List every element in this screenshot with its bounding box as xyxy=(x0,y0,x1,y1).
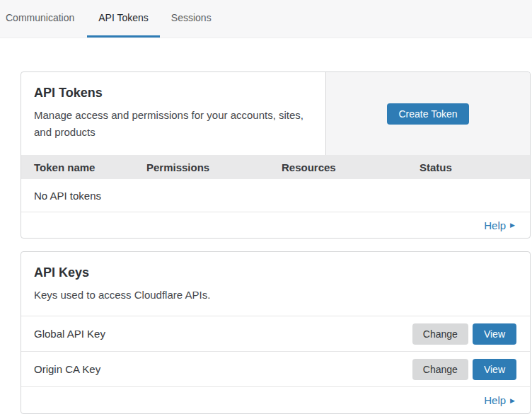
origin-ca-key-change-button[interactable]: Change xyxy=(412,359,468,380)
key-row-origin-ca-key: Origin CA Key Change View xyxy=(21,352,530,387)
create-token-button[interactable]: Create Token xyxy=(387,103,468,125)
help-arrow-icon: ▶ xyxy=(510,398,515,404)
key-row-label: Global API Key xyxy=(34,328,412,340)
page-content: API Tokens Manage access and permissions… xyxy=(0,38,532,414)
api-tokens-header-text: API Tokens Manage access and permissions… xyxy=(21,72,325,155)
tab-sessions[interactable]: Sessions xyxy=(160,0,223,38)
key-row-global-api-key: Global API Key Change View xyxy=(21,316,530,352)
api-keys-footer: Help ▶ xyxy=(21,387,530,413)
origin-ca-key-view-button[interactable]: View xyxy=(473,359,516,380)
tokens-table-header: Token name Permissions Resources Status xyxy=(21,155,530,179)
api-tokens-help-link[interactable]: Help ▶ xyxy=(484,219,515,231)
global-api-key-change-button[interactable]: Change xyxy=(412,323,468,345)
column-resources: Resources xyxy=(282,161,420,173)
api-keys-description: Keys used to access Cloudflare APIs. xyxy=(34,287,517,304)
help-arrow-icon: ▶ xyxy=(510,222,515,229)
column-permissions: Permissions xyxy=(146,161,282,173)
column-status: Status xyxy=(420,161,530,173)
api-keys-header: API Keys Keys used to access Cloudflare … xyxy=(21,252,530,316)
help-link-label: Help xyxy=(484,219,506,231)
help-link-label: Help xyxy=(484,394,506,406)
tokens-empty-row: No API tokens xyxy=(21,179,530,212)
api-tokens-footer: Help ▶ xyxy=(21,212,530,238)
tab-bar: Communication API Tokens Sessions xyxy=(0,0,532,38)
api-tokens-action-panel: Create Token xyxy=(325,72,530,155)
api-tokens-card: API Tokens Manage access and permissions… xyxy=(21,71,531,239)
api-tokens-title: API Tokens xyxy=(34,86,313,101)
api-keys-title: API Keys xyxy=(34,265,517,280)
column-token-name: Token name xyxy=(34,161,146,173)
api-tokens-header: API Tokens Manage access and permissions… xyxy=(21,72,530,155)
api-keys-help-link[interactable]: Help ▶ xyxy=(484,394,515,406)
tokens-empty-message: No API tokens xyxy=(34,190,101,202)
api-keys-card: API Keys Keys used to access Cloudflare … xyxy=(21,251,531,414)
key-row-label: Origin CA Key xyxy=(34,363,412,375)
global-api-key-view-button[interactable]: View xyxy=(473,323,516,345)
tab-communication[interactable]: Communication xyxy=(6,0,86,38)
api-tokens-description: Manage access and permissions for your a… xyxy=(34,107,313,141)
tab-api-tokens[interactable]: API Tokens xyxy=(87,0,160,38)
